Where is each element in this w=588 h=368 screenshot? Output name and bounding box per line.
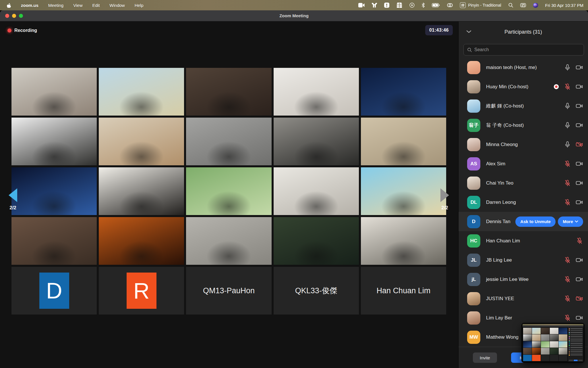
pip-tile — [523, 348, 532, 354]
menu-item-window[interactable]: Window — [109, 3, 125, 8]
participant-row[interactable]: jLjessie Lim Lee Wee — [459, 270, 588, 289]
pip-avatar-dot — [569, 338, 570, 339]
malwarebytes-icon[interactable] — [372, 2, 377, 8]
apple-menu-icon[interactable] — [6, 2, 11, 8]
participant-row[interactable]: 翁子翁 子奇 (Co-host) — [459, 116, 588, 135]
video-tile-woman-garden-virtual-background[interactable] — [186, 167, 271, 215]
siri-icon[interactable] — [533, 2, 538, 8]
pip-tile — [559, 334, 567, 341]
avatar-tile-letter-R[interactable]: R — [99, 267, 184, 315]
participant-name: Chai Yin Teo — [486, 180, 513, 186]
participant-search[interactable] — [463, 44, 584, 55]
video-tile-man-world-map-background[interactable] — [99, 68, 184, 116]
video-tile-man-glasses-earth-background[interactable] — [11, 167, 97, 215]
pip-avatar-dot — [569, 352, 570, 354]
video-tile-man-orange-shirt-sofa[interactable] — [11, 217, 97, 265]
video-tile-young-man-white-wall[interactable] — [274, 167, 359, 215]
participant-name: Huay Min (Co-host) — [486, 84, 528, 90]
meeting-preview-thumbnail[interactable] — [521, 323, 585, 363]
participant-row[interactable]: Huay Min (Co-host) — [459, 77, 588, 96]
menubar-clock[interactable]: Fri 30 Apr 10:37 PM — [545, 3, 583, 8]
participant-initials-avatar: 翁子 — [467, 119, 480, 132]
pip-participant-row — [569, 349, 583, 350]
participant-row[interactable]: DDennis TanAsk to UnmuteMore — [459, 212, 588, 231]
participant-photo-avatar — [467, 61, 480, 74]
video-tile-woman-long-hair-curtain[interactable] — [186, 118, 271, 165]
participant-name: jessie Lim Lee Wee — [486, 277, 529, 282]
participant-initials-avatar: D — [467, 215, 480, 228]
pip-participant-row — [569, 328, 583, 329]
alert-badge-icon[interactable] — [384, 2, 389, 8]
pip-avatar-dot — [569, 328, 570, 329]
handoff-icon[interactable] — [447, 2, 453, 8]
video-tile-woman-hand-on-chin-curtain[interactable] — [186, 217, 271, 265]
video-tile-woman-glasses-white-room[interactable] — [274, 68, 359, 116]
pip-name-bar — [570, 338, 583, 339]
control-center-icon[interactable] — [520, 2, 526, 8]
video-tile-young-man-smiling-dark-room[interactable] — [274, 217, 359, 265]
video-tile-woman-portrait-white-background[interactable] — [99, 167, 184, 215]
input-method-label: Pinyin - Traditional — [468, 3, 501, 7]
input-method-switcher[interactable]: Pinyin - Traditional — [460, 2, 501, 8]
name-tile[interactable]: Han Chuan Lim — [361, 267, 446, 315]
participant-row[interactable]: JUSTIN YEE — [459, 289, 588, 308]
more-button[interactable]: More — [558, 216, 583, 227]
participant-row[interactable]: Minna Cheong — [459, 135, 588, 154]
video-tile-woman-tan-wall[interactable] — [361, 118, 446, 165]
menu-item-meeting[interactable]: Meeting — [48, 3, 63, 8]
battery-charging-icon[interactable] — [432, 2, 440, 8]
participant-row[interactable]: ASAlex Sim — [459, 154, 588, 173]
video-tile-woman-beach-virtual-background[interactable] — [361, 167, 446, 215]
avatar-tile-letter-D[interactable]: D — [11, 267, 97, 315]
participant-recording-icon — [553, 83, 560, 90]
ask-to-unmute-button[interactable]: Ask to Unmute — [515, 216, 556, 227]
participant-status-icons — [553, 83, 583, 91]
letter-avatar: R — [127, 273, 156, 309]
next-page-arrow-icon[interactable] — [440, 188, 449, 202]
video-tile-man-qr-pattern-background[interactable] — [11, 118, 97, 165]
menu-item-zoom-us[interactable]: zoom.us — [21, 3, 38, 8]
menu-item-edit[interactable]: Edit — [92, 3, 100, 8]
video-tile-woman-in-kitchen[interactable] — [11, 68, 97, 116]
video-tile-man-dark-room-warm-light[interactable] — [186, 68, 271, 116]
video-tile-man-fiery-virtual-background[interactable] — [99, 217, 184, 265]
video-tile-two-women-kitchen[interactable] — [99, 118, 184, 165]
pip-participant-row — [569, 339, 583, 341]
video-tile-woman-portrait-curtain[interactable] — [274, 118, 359, 165]
camera-on-icon — [575, 198, 583, 206]
previous-page-arrow-icon[interactable] — [9, 188, 17, 202]
camera-on-icon — [575, 314, 583, 322]
invite-button[interactable]: Invite — [473, 352, 497, 363]
mic-muted-icon — [564, 276, 571, 283]
spotlight-search-icon[interactable] — [508, 2, 513, 8]
window-titlebar[interactable]: Zoom Meeting — [0, 10, 588, 21]
search-input[interactable] — [474, 47, 580, 52]
play-circle-icon[interactable] — [409, 2, 415, 8]
video-camera-icon[interactable] — [358, 2, 365, 8]
gallery-view-area: Recording 01:43:46 DRQM13-PauHonQKL33-俊傑… — [0, 22, 458, 368]
camera-off-icon — [575, 295, 583, 302]
name-tile[interactable]: QM13-PauHon — [186, 267, 271, 315]
next-page-control[interactable]: 2/2 — [438, 188, 451, 211]
video-tile-man-space-virtual-background[interactable] — [361, 68, 446, 116]
stack-icon[interactable] — [396, 2, 403, 8]
bluetooth-icon[interactable] — [421, 2, 425, 8]
recording-dot-icon — [7, 28, 11, 32]
menu-item-view[interactable]: View — [73, 3, 82, 8]
menu-item-help[interactable]: Help — [135, 3, 144, 8]
participant-row[interactable]: JLJB Ling Lee — [459, 250, 588, 270]
pip-tile — [559, 328, 567, 334]
meeting-timer: 01:43:46 — [425, 25, 453, 35]
participant-row[interactable]: 維麒 鍾 (Co-host) — [459, 96, 588, 116]
pip-participant-row — [569, 330, 583, 331]
participant-row[interactable]: HCHan Chuan Lim — [459, 231, 588, 250]
participant-row[interactable]: Chai Yin Teo — [459, 173, 588, 193]
name-tile[interactable]: QKL33-俊傑 — [274, 267, 359, 315]
previous-page-control[interactable]: 2/2 — [6, 188, 20, 211]
video-tile-woman-short-hair-black-shirt[interactable] — [361, 217, 446, 265]
pip-tile — [550, 334, 558, 341]
participant-row[interactable]: maison teoh (Host, me) — [459, 58, 588, 77]
participant-name: Darren Leong — [486, 200, 516, 205]
participant-initials-avatar: DL — [467, 196, 480, 209]
participant-row[interactable]: DLDarren Leong — [459, 193, 588, 212]
